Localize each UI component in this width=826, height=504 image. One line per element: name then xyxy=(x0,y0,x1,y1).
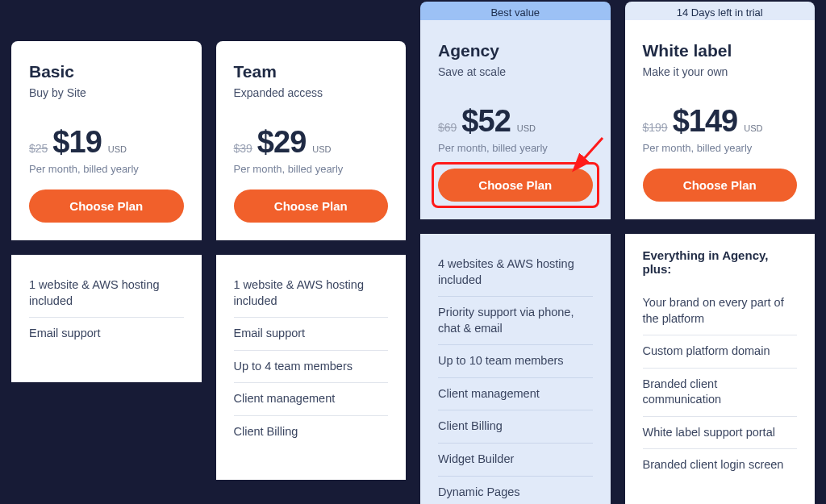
feature-item: White label support portal xyxy=(643,417,798,450)
plan-currency: USD xyxy=(312,144,331,154)
feature-item: Branded client login screen xyxy=(643,449,798,481)
plan-currency: USD xyxy=(108,144,127,154)
feature-item: Client management xyxy=(438,378,593,411)
plan-price-row: $199 $149 USD xyxy=(643,104,798,139)
feature-item: 1 website & AWS hosting included xyxy=(29,269,184,318)
plan-header: Agency Save at scale $69 $52 USD Per mon… xyxy=(420,20,611,219)
plan-price: $149 xyxy=(673,104,738,139)
plan-price: $19 xyxy=(52,125,101,160)
plan-name: Team xyxy=(234,62,389,81)
plan-subtitle: Save at scale xyxy=(438,65,593,78)
feature-item: 1 website & AWS hosting included xyxy=(234,269,389,318)
feature-item: Priority support via phone, chat & email xyxy=(438,297,593,345)
plan-price-row: $25 $19 USD xyxy=(29,125,184,160)
plan-currency: USD xyxy=(744,123,762,133)
plan-billing-note: Per month, billed yearly xyxy=(643,142,798,154)
feature-item: Dynamic Pages xyxy=(438,477,593,505)
plan-price-row: $39 $29 USD xyxy=(234,125,389,160)
plan-old-price: $25 xyxy=(29,142,48,155)
feature-item: Up to 10 team members xyxy=(438,345,593,378)
choose-plan-button[interactable]: Choose Plan xyxy=(234,190,389,223)
feature-item: Client Billing xyxy=(234,416,389,448)
plan-billing-note: Per month, billed yearly xyxy=(234,163,389,175)
pricing-grid: . Basic Buy by Site $25 $19 USD Per mont… xyxy=(0,0,826,504)
plan-basic: . Basic Buy by Site $25 $19 USD Per mont… xyxy=(11,23,202,382)
feature-item: 4 websites & AWS hosting included xyxy=(438,248,593,297)
feature-item: Your brand on every part of the platform xyxy=(643,287,798,335)
choose-plan-button[interactable]: Choose Plan xyxy=(643,169,798,202)
feature-item: Email support xyxy=(29,318,184,350)
plan-features: Everything in Agency, plus: Your brand o… xyxy=(625,234,816,504)
plan-billing-note: Per month, billed yearly xyxy=(29,163,184,175)
feature-item: Branded client communication xyxy=(643,369,798,417)
plan-header: Team Expanded access $39 $29 USD Per mon… xyxy=(216,41,407,240)
plan-name: Agency xyxy=(438,41,593,60)
plan-price: $29 xyxy=(257,125,306,160)
plan-old-price: $39 xyxy=(234,142,252,155)
feature-item: Client Billing xyxy=(438,410,593,444)
feature-item: Widget Builder xyxy=(438,444,593,477)
feature-item: Custom platform domain xyxy=(643,335,798,369)
plan-features: 1 website & AWS hosting included Email s… xyxy=(216,255,407,480)
feature-item: Client management xyxy=(234,383,389,416)
plan-old-price: $69 xyxy=(438,121,457,134)
plan-header: Basic Buy by Site $25 $19 USD Per month,… xyxy=(11,41,202,240)
plan-team: . Team Expanded access $39 $29 USD Per m… xyxy=(216,23,407,480)
plan-name: Basic xyxy=(29,62,184,81)
plan-header: White label Make it your own $199 $149 U… xyxy=(625,20,816,219)
plan-price: $52 xyxy=(461,104,510,139)
best-value-badge: Best value xyxy=(420,2,611,20)
plan-agency: Best value Agency Save at scale $69 $52 … xyxy=(420,2,611,504)
feature-item: Up to 4 team members xyxy=(234,351,389,384)
feature-item: Email support xyxy=(234,318,389,351)
trial-badge: 14 Days left in trial xyxy=(625,2,816,20)
plan-name: White label xyxy=(643,41,798,60)
plan-subtitle: Buy by Site xyxy=(29,86,184,99)
plan-features: 4 websites & AWS hosting included Priori… xyxy=(420,234,611,504)
features-heading: Everything in Agency, plus: xyxy=(643,248,798,287)
choose-plan-button[interactable]: Choose Plan xyxy=(29,190,184,223)
plan-currency: USD xyxy=(517,123,536,133)
plan-billing-note: Per month, billed yearly xyxy=(438,142,593,154)
choose-plan-button[interactable]: Choose Plan xyxy=(438,169,593,202)
plan-subtitle: Make it your own xyxy=(643,65,798,78)
plan-subtitle: Expanded access xyxy=(234,86,389,99)
plan-features: 1 website & AWS hosting included Email s… xyxy=(11,255,202,382)
plan-white-label: 14 Days left in trial White label Make i… xyxy=(625,2,816,504)
plan-price-row: $69 $52 USD xyxy=(438,104,593,139)
plan-old-price: $199 xyxy=(643,121,668,134)
